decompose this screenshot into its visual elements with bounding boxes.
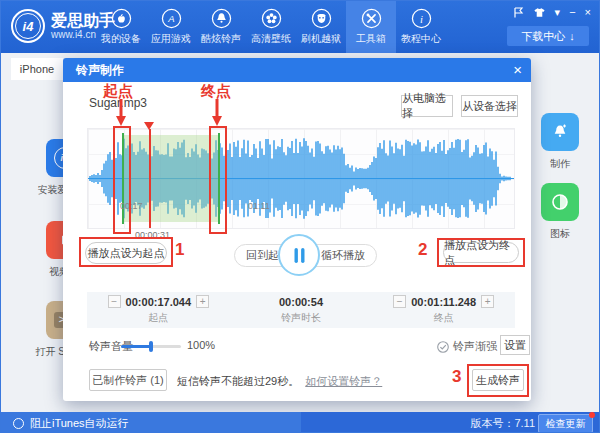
minimize-button[interactable]: − — [569, 6, 575, 18]
bg-app-label: 图标 — [550, 227, 570, 241]
end-time-column: − 00:01:11.248 + 终点 — [372, 295, 515, 325]
nav-wallpapers[interactable]: 高清壁纸 — [246, 1, 296, 53]
pause-icon — [293, 248, 306, 263]
nav-tutorials[interactable]: i 教程中心 — [396, 1, 446, 53]
sms-ringtone-hint: 短信铃声不能超过29秒。如何设置铃声？ — [177, 374, 382, 389]
waveform-end-time: 01:11 — [248, 201, 270, 211]
fade-check-icon — [437, 341, 449, 353]
jailbreak-icon — [311, 8, 332, 29]
ringtone-maker-dialog: 铃声制作 × Sugar.mp3 从电脑选择 从设备选择 00:17 01:11… — [63, 58, 531, 401]
circle-badge-icon — [541, 183, 579, 221]
close-window-button[interactable]: × — [585, 6, 591, 18]
annotation-box-start-marker — [113, 126, 131, 234]
device-tab-iphone[interactable]: iPhone — [11, 58, 63, 80]
apple-icon — [111, 8, 132, 29]
playhead-triangle-icon[interactable] — [144, 122, 154, 130]
volume-slider-handle[interactable] — [149, 341, 153, 352]
annotation-step-2: 2 — [418, 240, 427, 260]
bg-app-ringtone-maker[interactable]: 制作 — [541, 113, 579, 151]
annotation-arrow-down-icon — [212, 99, 222, 127]
duration-column: 00:00:54 铃声时长 — [230, 296, 373, 325]
annotation-step-3: 3 — [452, 367, 461, 387]
svg-text:i: i — [420, 14, 423, 25]
check-update-button[interactable]: 检查更新 — [538, 414, 593, 433]
end-time-value: 00:01:11.248 — [411, 296, 476, 308]
version-label: 版本号：7.11 — [470, 416, 535, 431]
feedback-flag-icon[interactable] — [513, 7, 524, 18]
start-time-column: − 00:00:17.044 + 起点 — [87, 295, 230, 325]
download-arrow-icon: ↓ — [569, 30, 575, 42]
toolbox-icon — [361, 8, 382, 29]
annotation-box-step2 — [437, 238, 525, 267]
volume-slider-fill — [121, 345, 152, 348]
dialog-close-button[interactable]: × — [513, 60, 522, 80]
nav-label: 工具箱 — [356, 32, 386, 46]
download-center-button[interactable]: 下载中心 ↓ — [507, 26, 589, 46]
theme-shirt-icon[interactable] — [533, 7, 546, 18]
start-time-plus-button[interactable]: + — [196, 295, 209, 308]
logo-icon: i4 — [11, 9, 45, 43]
bell-icon — [211, 8, 232, 29]
how-to-set-ringtone-link[interactable]: 如何设置铃声？ — [305, 375, 382, 387]
top-nav-bar: i4 爱思助手 www.i4.cn 我的设备 A — [1, 1, 600, 53]
nav-label: 教程中心 — [401, 32, 441, 46]
update-notification-badge — [589, 412, 595, 418]
choose-from-pc-button[interactable]: 从电脑选择 — [401, 95, 453, 117]
block-itunes-toggle[interactable]: 阻止iTunes自动运行 — [1, 412, 301, 433]
start-time-label: 起点 — [148, 311, 168, 325]
dialog-title: 铃声制作 — [76, 62, 124, 79]
annotation-step-1: 1 — [175, 240, 184, 260]
bg-app-icons-tool[interactable]: 图标 — [541, 183, 579, 221]
annotation-box-end-marker — [209, 126, 227, 234]
end-time-label: 终点 — [434, 311, 454, 325]
status-bar: 阻止iTunes自动运行 版本号：7.11 检查更新 — [1, 412, 600, 433]
fade-settings-button[interactable]: 设置 — [500, 335, 530, 355]
annotation-box-step3 — [467, 364, 529, 397]
bell-plus-icon — [541, 113, 579, 151]
app-window: i4 爱思助手 www.i4.cn 我的设备 A — [0, 0, 600, 433]
flower-icon — [261, 8, 282, 29]
nav-label: 应用游戏 — [151, 32, 191, 46]
nav-apps-games[interactable]: A 应用游戏 — [146, 1, 196, 53]
main-nav: 我的设备 A 应用游戏 酷炫铃声 — [96, 1, 446, 53]
nav-jailbreak[interactable]: 刷机越狱 — [296, 1, 346, 53]
appstore-icon: A — [161, 8, 182, 29]
nav-my-devices[interactable]: 我的设备 — [96, 1, 146, 53]
nav-toolbox[interactable]: 工具箱 — [346, 1, 396, 53]
end-time-plus-button[interactable]: + — [481, 295, 494, 308]
nav-label: 我的设备 — [101, 32, 141, 46]
nav-label: 酷炫铃声 — [201, 32, 241, 46]
info-icon: i — [411, 8, 432, 29]
menu-chevron-icon[interactable]: ▾ — [555, 6, 561, 18]
choose-from-device-button[interactable]: 从设备选择 — [461, 95, 518, 117]
radio-circle-icon — [13, 418, 24, 429]
bg-app-label: 制作 — [550, 157, 570, 171]
start-time-value: 00:00:17.044 — [126, 296, 191, 308]
pause-button[interactable] — [278, 234, 320, 276]
playhead-marker[interactable] — [149, 129, 151, 228]
waveform-panel[interactable]: 00:17 01:11 — [87, 128, 515, 229]
volume-percent: 100% — [187, 339, 215, 351]
duration-value: 00:00:54 — [279, 296, 323, 308]
annotation-arrow-down-icon — [116, 99, 126, 127]
nav-label: 刷机越狱 — [301, 32, 341, 46]
made-ringtones-button[interactable]: 已制作铃声 (1) — [89, 369, 167, 391]
time-values-strip: − 00:00:17.044 + 起点 00:00:54 铃声时长 − 00:0… — [87, 292, 515, 328]
end-time-minus-button[interactable]: − — [393, 295, 406, 308]
dialog-header: 铃声制作 × — [63, 58, 531, 82]
duration-label: 铃声时长 — [281, 311, 321, 325]
nav-label: 高清壁纸 — [251, 32, 291, 46]
window-controls: ▾ − × — [513, 5, 591, 19]
annotation-box-step1 — [79, 237, 173, 267]
nav-ringtones[interactable]: 酷炫铃声 — [196, 1, 246, 53]
svg-text:A: A — [167, 13, 174, 24]
start-time-minus-button[interactable]: − — [108, 295, 121, 308]
